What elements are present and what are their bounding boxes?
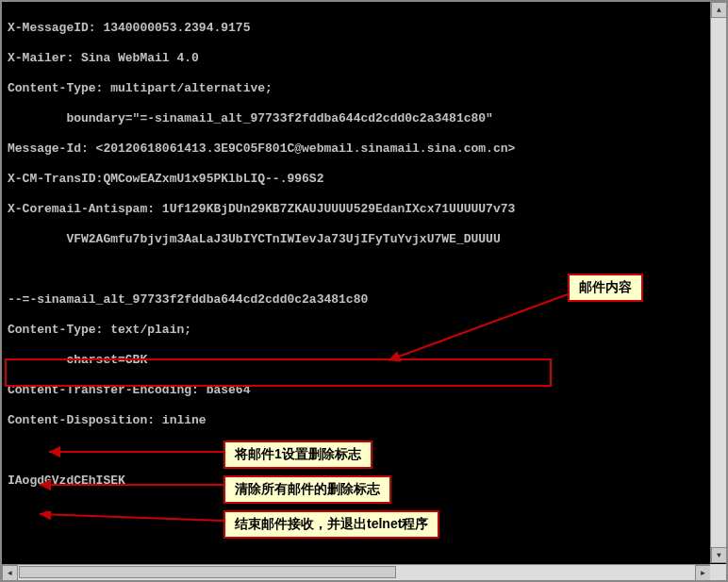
horizontal-scrollbar[interactable]: ◄ ► (2, 564, 711, 580)
header-line: X-Coremail-Antispam: 1Uf129KBjDUn29KB7ZK… (8, 202, 703, 217)
vertical-scrollbar[interactable]: ▲ ▼ (710, 2, 726, 563)
header-line: VFW2AGmfu7bjvjm3AaLaJ3UbIYCTnIWIevJa73Uj… (8, 232, 703, 247)
header-line: Message-Id: <20120618061413.3E9C05F801C@… (8, 141, 703, 157)
scroll-track-h[interactable] (18, 565, 695, 580)
scroll-up-arrow[interactable]: ▲ (711, 2, 727, 18)
callout-quit: 结束邮件接收，并退出telnet程序 (223, 510, 439, 539)
header-line: boundary="=-sinamail_alt_97733f2fddba644… (8, 111, 703, 126)
header-line: Content-Type: text/plain; (8, 323, 703, 338)
header-line: X-MessageID: 1340000053.2394.9175 (8, 21, 703, 36)
scroll-down-arrow[interactable]: ▼ (711, 547, 727, 563)
header-line: Content-Disposition: inline (8, 413, 703, 428)
scrollbar-corner (710, 564, 726, 580)
scroll-track-v[interactable] (711, 18, 726, 547)
scroll-left-arrow[interactable]: ◄ (2, 565, 18, 581)
scroll-right-arrow[interactable]: ► (695, 565, 711, 581)
header-line: X-Mailer: Sina WebMail 4.0 (8, 51, 703, 66)
callout-content: 邮件内容 (568, 274, 643, 302)
header-line: Content-Type: multipart/alternative; (8, 81, 703, 96)
callout-dele: 将邮件1设置删除标志 (223, 441, 372, 469)
header-line: X-CM-TransID:QMCowEAZxmU1x95PKlbLIQ--.99… (8, 172, 703, 187)
scroll-thumb-h[interactable] (19, 566, 396, 578)
callout-rset: 清除所有邮件的删除标志 (223, 475, 391, 504)
content-highlight-box (5, 358, 552, 387)
